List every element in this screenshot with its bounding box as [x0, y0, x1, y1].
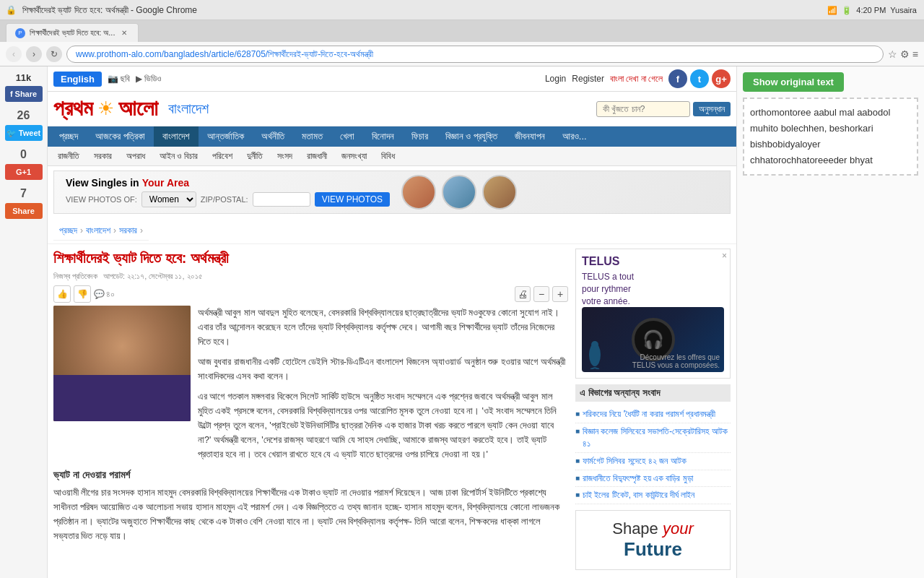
subnav-government[interactable]: সরকার — [87, 148, 119, 164]
tab-title: শিক্ষার্থীদেরই ভ্যাট দিতে হবে: অ... — [30, 28, 115, 38]
sub-nav: রাজনীতি সরকার অপরাধ আইন ও বিচার পরিবেশ দ… — [48, 147, 736, 166]
related-item-2[interactable]: ■ বিজ্ঞান কলেজ সিলিবেরে সভাপতি-সেক্রেটার… — [575, 423, 731, 453]
nav-entertainment[interactable]: বিনোদন — [363, 126, 403, 147]
logo[interactable]: প্রথম ☀ আলো বাংলাদেশ — [53, 96, 209, 121]
video-link[interactable]: ▶ ভিডিও — [136, 74, 161, 84]
zoom-area: 🖨 − + — [515, 286, 568, 302]
address-icons: ☆ ⚙ ≡ — [888, 48, 918, 60]
ad-zip-input[interactable] — [253, 192, 310, 207]
related-item-5[interactable]: ■ চাই ইলের টিকেট, বাস কাউন্টারে দীর্ঘ লা… — [575, 487, 731, 504]
reload-button[interactable]: ↻ — [46, 46, 62, 62]
nav-more[interactable]: আরও... — [554, 126, 596, 147]
sys-tray: 📶 🔋 4:20 PM Yusaira — [827, 0, 924, 20]
header-twitter-icon[interactable]: t — [690, 69, 709, 88]
forward-button[interactable]: › — [26, 46, 42, 62]
search-area: অনুসন্ধান — [596, 101, 731, 117]
related-text-3: ফার্মগেট সিলিবর সন্দেহে ৪২ জন আটক — [583, 455, 687, 467]
show-original-button[interactable]: Show original text — [743, 72, 844, 92]
nav-lifestyle[interactable]: জীবনযাপন — [506, 126, 554, 147]
header-facebook-icon[interactable]: f — [668, 69, 687, 88]
ad-close-button[interactable]: × — [722, 251, 727, 261]
subnav-misc[interactable]: বিবিধ — [374, 148, 402, 164]
browser-tab[interactable]: P শিক্ষার্থীদেরই ভ্যাট দিতে হবে: অ... ✕ — [6, 23, 139, 42]
bottom-ad-shape: Shape — [612, 519, 658, 538]
article-main: শিক্ষার্থীদেরই ভ্যাট দিতে হবে: অর্থমন্ত্… — [53, 249, 568, 570]
telus-logo: TELUS — [582, 255, 634, 268]
subnav-parliament[interactable]: সংসদ — [270, 148, 300, 164]
article-para-4: আওয়ামী লীগের চার সংসদক হাসান মাহমুদ বেস… — [53, 486, 568, 543]
bottom-ad-future: Future — [585, 538, 721, 561]
breadcrumb-sep-1: › — [80, 225, 83, 236]
zoom-in-button[interactable]: + — [552, 286, 568, 302]
search-input[interactable] — [596, 101, 690, 117]
nav-international[interactable]: আন্তর্জাতিক — [199, 126, 253, 147]
nav-sports[interactable]: খেলা — [331, 126, 363, 147]
header-gplus-icon[interactable]: g+ — [712, 69, 731, 88]
nav-todays-paper[interactable]: আজকের পত্রিকা — [87, 126, 154, 147]
subnav-law[interactable]: আইন ও বিচার — [152, 148, 205, 164]
menu-icon[interactable]: ≡ — [912, 48, 918, 60]
site-header: English 📷 ছবি ▶ ভিডিও Login Register বাং… — [48, 66, 736, 92]
breadcrumb-row: প্রচ্ছদ › বাংলাদেশ › সরকার › — [48, 218, 736, 244]
tab-close-button[interactable]: ✕ — [119, 28, 129, 38]
translation-text-box: orthomontoree aabul mal aabodol muhito b… — [743, 98, 918, 176]
nav-opinion[interactable]: মতামত — [293, 126, 331, 147]
photo-link[interactable]: 📷 ছবি — [108, 74, 130, 84]
ad-highlight: Your Area — [142, 177, 189, 189]
gplus-button[interactable]: G+1 — [5, 164, 43, 180]
register-link[interactable]: Register — [572, 74, 604, 84]
share-label: Share — [12, 207, 35, 215]
header-right: Login Register বাংলা দেখা না গেলে f t g+ — [545, 69, 731, 88]
breadcrumb-home[interactable]: প্রচ্ছদ — [59, 225, 77, 236]
telus-ad-image: 🎧 Découvrez les offres queTELUS vous a c… — [582, 307, 724, 372]
article-image — [53, 306, 191, 421]
telus-ad: × TELUS TELUS a toutpour rythmervotre an… — [575, 249, 731, 379]
related-item-1[interactable]: ■ শরিকদের নিয়ে 'ধৈর্যটি না করার পরামর্শ… — [575, 406, 731, 423]
search-button[interactable]: অনুসন্ধান — [693, 102, 731, 116]
telus-tagline: TELUS a toutpour rythmervotre année. — [582, 271, 634, 307]
bottom-ad-text: Shape your — [585, 519, 721, 538]
subnav-population[interactable]: জনসংখ্যা — [334, 148, 374, 164]
extensions-icon[interactable]: ⚙ — [900, 48, 910, 60]
ad-gender-select[interactable]: Women Men — [141, 191, 196, 207]
breadcrumb-section[interactable]: বাংলাদেশ — [86, 225, 110, 236]
subnav-capital[interactable]: রাজধানী — [300, 148, 334, 164]
twitter-icon: 🐦 — [6, 129, 17, 138]
related-item-4[interactable]: ■ রাজধানীতে বিদ্যুৎস্পৃষ্ট হয় এক বাড়ির… — [575, 470, 731, 488]
svg-line-2 — [590, 368, 595, 369]
ad-text: View Singles in — [66, 177, 139, 189]
nav-bangladesh[interactable]: বাংলাদেশ — [154, 126, 199, 147]
share-button[interactable]: Share — [5, 203, 43, 219]
twitter-tweet-button[interactable]: 🐦 Tweet — [5, 125, 43, 141]
breadcrumb-subsection[interactable]: সরকার — [119, 225, 137, 236]
logo-section: বাংলাদেশ — [168, 100, 209, 117]
video-icon: ▶ — [136, 74, 142, 84]
related-item-3[interactable]: ■ ফার্মগেট সিলিবর সন্দেহে ৪২ জন আটক — [575, 453, 731, 470]
zoom-out-button[interactable]: − — [533, 286, 549, 302]
ad-images — [401, 175, 517, 210]
nav-home[interactable]: প্রচ্ছদ — [51, 126, 87, 147]
telus-bird — [588, 340, 602, 369]
thumbs-down-button[interactable]: 👎 — [74, 285, 91, 303]
thumbs-up-button[interactable]: 👍 — [53, 285, 71, 303]
login-link[interactable]: Login — [545, 74, 566, 84]
bangla-btn[interactable]: বাংলা দেখা না গেলে — [610, 74, 663, 84]
subnav-politics[interactable]: রাজনীতি — [51, 148, 87, 164]
url-bar[interactable]: www.prothom-alo.com/bangladesh/article/6… — [66, 46, 884, 63]
subnav-environment[interactable]: পরিবেশ — [205, 148, 240, 164]
facebook-share-button[interactable]: f Share — [5, 86, 43, 102]
bookmark-icon[interactable]: ☆ — [888, 48, 897, 60]
back-button[interactable]: ‹ — [6, 46, 22, 62]
subnav-crime[interactable]: অপরাধ — [119, 148, 152, 164]
subnav-corruption[interactable]: দুর্নীতি — [240, 148, 270, 164]
print-button[interactable]: 🖨 — [515, 286, 531, 302]
related-text-5: চাই ইলের টিকেট, বাস কাউন্টারে দীর্ঘ লাইন — [583, 489, 694, 501]
nav-feature[interactable]: ফিচার — [403, 126, 437, 147]
network-icon: 📶 — [827, 6, 837, 15]
breadcrumb: প্রচ্ছদ › বাংলাদেশ › সরকার › — [53, 221, 149, 241]
nav-science[interactable]: বিজ্ঞান ও প্রযুক্তি — [437, 126, 506, 147]
english-button[interactable]: English — [53, 72, 102, 87]
ad-view-photos-button[interactable]: VIEW PHOTOS — [315, 192, 390, 207]
nav-economy[interactable]: অর্থনীতি — [253, 126, 293, 147]
main-nav: প্রচ্ছদ আজকের পত্রিকা বাংলাদেশ আন্তর্জাত… — [48, 126, 736, 147]
